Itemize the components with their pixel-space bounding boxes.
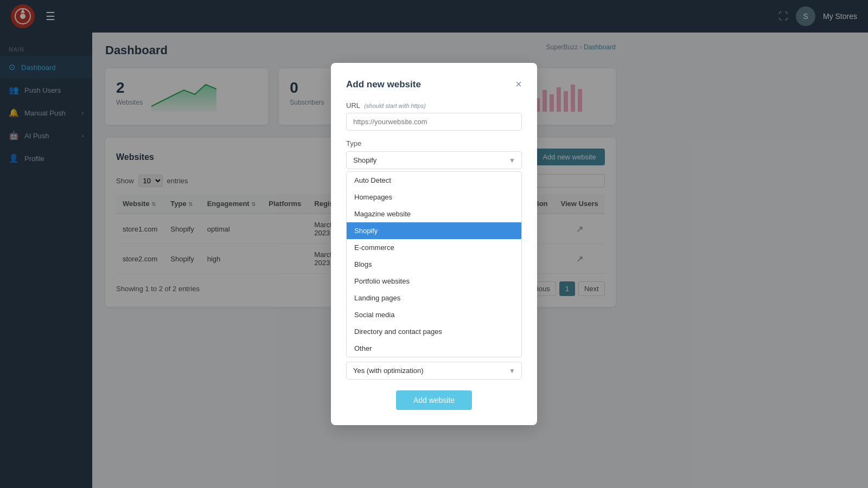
dropdown-item-directory[interactable]: Directory and contact pages — [347, 323, 521, 340]
dropdown-item-portfolio[interactable]: Portfolio websites — [347, 273, 521, 290]
dropdown-item-ecommerce[interactable]: E-commerce — [347, 239, 521, 256]
url-label: URL (should start with https) — [346, 101, 522, 110]
url-input[interactable] — [346, 113, 522, 131]
dropdown-item-social[interactable]: Social media — [347, 306, 521, 323]
dropdown-item-homepages[interactable]: Homepages — [347, 189, 521, 206]
modal: Add new website × URL (should start with… — [331, 63, 537, 425]
optimization-select[interactable]: Yes (with optimization) No — [346, 362, 522, 380]
dropdown-item-shopify[interactable]: Shopify — [347, 222, 521, 239]
add-website-submit-button[interactable]: Add website — [396, 390, 472, 410]
modal-overlay[interactable]: Add new website × URL (should start with… — [0, 0, 868, 488]
dropdown-item-auto-detect[interactable]: Auto Detect — [347, 172, 521, 189]
dropdown-item-landing[interactable]: Landing pages — [347, 290, 521, 306]
modal-close-button[interactable]: × — [515, 78, 522, 91]
dropdown-item-magazine[interactable]: Magazine website — [347, 206, 521, 222]
dropdown-item-blogs[interactable]: Blogs — [347, 256, 521, 273]
dropdown-item-other[interactable]: Other — [347, 340, 521, 357]
dropdown-list: Auto Detect Homepages Magazine website S… — [346, 171, 522, 357]
modal-title: Add new website — [346, 79, 421, 90]
type-label: Type — [346, 139, 361, 147]
type-select[interactable]: Auto Detect Homepages Magazine website S… — [346, 151, 522, 169]
